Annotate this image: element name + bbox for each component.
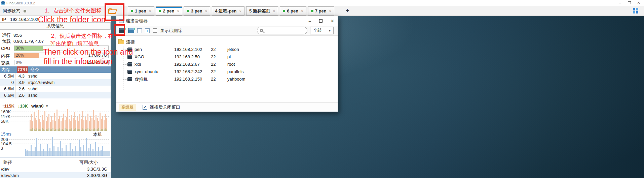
dialog-minimize-icon[interactable]: – xyxy=(309,19,311,24)
connected-dot-icon xyxy=(311,10,313,12)
folder-icon xyxy=(118,40,124,44)
tab-close-icon[interactable]: × xyxy=(329,9,331,13)
connection-search-input[interactable] xyxy=(257,27,307,34)
show-deleted-checkbox[interactable] xyxy=(153,28,157,33)
tab[interactable]: 1 pen × xyxy=(128,6,154,16)
ssh-host-icon xyxy=(127,77,132,81)
connection-port: 22 xyxy=(211,54,216,59)
close-icon[interactable]: ✕ xyxy=(634,0,643,6)
expand-all-button[interactable]: + xyxy=(145,28,150,33)
connected-dot-icon xyxy=(159,10,161,12)
tab[interactable]: 2 pen × xyxy=(156,6,182,16)
connection-user: yahboom xyxy=(227,77,245,82)
sync-status-dot-icon xyxy=(24,10,26,12)
annotation-step2-cn1: 2、然后点击这个图标，在 xyxy=(51,33,113,40)
latency-graph: 206 104.5 3 xyxy=(0,137,110,156)
connection-row[interactable]: XGO 192.168.2.50 22 pi xyxy=(116,53,338,61)
connection-manager-dialog: 连接管理器 – ✕ + + − + 显示已删除 全部 ▼ 连接 xyxy=(116,16,338,112)
connection-name: 虚拟机 xyxy=(135,77,148,83)
disk-size: 3.3G/3.3G xyxy=(87,166,107,172)
connection-tree: 连接 pen 192.168.2.102 22 jetson XGO 192.1… xyxy=(116,36,338,102)
process-header-cmd[interactable]: 命令 xyxy=(28,66,111,73)
chevron-down-icon: ▼ xyxy=(328,27,331,34)
collapse-all-button[interactable]: − xyxy=(137,28,142,33)
tab[interactable]: 4 进程-pen × xyxy=(212,6,244,16)
disk-row[interactable]: /dev/shm 3.3G/3.3G xyxy=(0,172,111,178)
add-tab-button[interactable]: + xyxy=(346,7,349,14)
tree-connector xyxy=(123,57,126,57)
process-row[interactable]: 6.6M 2.6 sshd xyxy=(0,86,111,92)
interface-selector[interactable]: wlan0 xyxy=(31,103,43,109)
process-row[interactable]: 0 3.9 irq/276-iwlwifi xyxy=(0,79,111,86)
tab-label: 5 新标签页 xyxy=(249,8,270,14)
tab[interactable]: 7 pen × xyxy=(308,6,334,16)
disk-size: 3.3G/3.3G xyxy=(87,172,107,178)
connection-port: 22 xyxy=(211,62,216,67)
tab-close-icon[interactable]: × xyxy=(177,9,179,13)
tab-close-icon[interactable]: × xyxy=(301,9,303,13)
search-icon xyxy=(260,29,263,32)
host-ip-row: IP192.168.2.102 xyxy=(2,17,38,22)
tab-strip: 1 pen × 2 pen × 3 pen × 4 进程-pen × 5 新标签… xyxy=(128,6,334,16)
connection-row[interactable]: xxs 192.168.2.67 22 root xyxy=(116,61,338,68)
process-row[interactable]: 6.6M 2.6 sshd xyxy=(0,92,111,98)
connection-name: XGO xyxy=(135,54,144,59)
connection-user: pi xyxy=(227,54,231,59)
minimize-icon[interactable]: – xyxy=(615,0,624,6)
network-traffic-graph: 169K 117K 58K xyxy=(0,109,110,131)
disk-table-header[interactable]: 路径 可用/大小 xyxy=(0,159,111,166)
net-axis-label: 58K xyxy=(1,119,8,124)
tab-close-icon[interactable]: × xyxy=(205,9,207,13)
tab-label: 4 进程-pen xyxy=(215,8,236,14)
tab-close-icon[interactable]: × xyxy=(273,9,275,13)
process-table-header[interactable]: 内存 CPU 命令 xyxy=(0,66,111,73)
tree-root-folder[interactable]: 连接 xyxy=(116,38,338,46)
connection-port: 22 xyxy=(211,47,216,52)
cpu-meter-label: CPU xyxy=(1,46,10,51)
dialog-maximize-icon[interactable] xyxy=(319,19,323,23)
close-after-connect-checkbox[interactable]: ✓ xyxy=(143,105,147,110)
chevron-down-icon[interactable]: ▼ xyxy=(45,105,48,108)
process-mem: 6.5M xyxy=(0,73,15,79)
tree-connector xyxy=(123,72,126,72)
tab[interactable]: 5 新标签页 × xyxy=(246,6,278,16)
connected-dot-icon xyxy=(283,10,285,12)
filter-dropdown[interactable]: 全部 ▼ xyxy=(310,27,334,34)
download-rate: ↓13K xyxy=(18,103,28,109)
pro-version-badge[interactable]: 高级版 xyxy=(119,104,136,111)
lat-axis-label: 3 xyxy=(1,146,3,151)
disk-row[interactable]: /dev 3.3G/3.3G xyxy=(0,166,111,172)
connection-row[interactable]: xym_ubuntu 192.168.2.242 22 parallels xyxy=(116,68,338,76)
process-header-mem[interactable]: 内存 xyxy=(0,66,17,73)
connection-name: xym_ubuntu xyxy=(135,69,158,74)
dialog-close-icon[interactable]: ✕ xyxy=(331,19,334,24)
annotation-step2-en1: Then click on the icon and xyxy=(43,48,133,57)
maximize-icon[interactable] xyxy=(624,0,634,6)
dialog-titlebar[interactable]: 连接管理器 – ✕ xyxy=(116,16,338,26)
tab[interactable]: 6 pen × xyxy=(280,6,306,16)
sessions-grid-icon[interactable] xyxy=(633,8,639,14)
tab-close-icon[interactable]: × xyxy=(239,9,241,13)
process-row[interactable]: 6.5M 4.3 sshd xyxy=(0,73,111,79)
latency-row: 15ms 本机 xyxy=(1,131,111,137)
disk-header-path[interactable]: 路径 xyxy=(3,159,12,166)
connection-host: 192.168.2.50 xyxy=(174,54,200,59)
tab-label: 3 pen xyxy=(191,8,202,13)
connection-user: parallels xyxy=(227,69,243,74)
process-header-cpu[interactable]: CPU xyxy=(17,66,28,73)
tab[interactable]: 3 pen × xyxy=(184,6,210,16)
connected-dot-icon xyxy=(187,10,189,12)
tree-connector xyxy=(123,64,126,65)
connection-host: 192.168.2.150 xyxy=(174,77,202,82)
sync-status-label: 同步状态 xyxy=(3,8,20,14)
sync-status[interactable]: 同步状态 xyxy=(3,8,26,14)
tab-close-icon[interactable]: × xyxy=(149,9,151,13)
disk-header-size[interactable]: 可用/大小 xyxy=(79,159,98,166)
connected-dot-icon xyxy=(131,10,133,12)
annotation-step1-en: Click the folder icon xyxy=(38,15,106,24)
process-cmd: sshd xyxy=(26,73,111,79)
connection-port: 22 xyxy=(211,69,216,74)
new-folder-button[interactable]: + xyxy=(128,28,134,33)
connection-row[interactable]: 虚拟机 192.168.2.150 22 yahboom xyxy=(116,76,338,83)
connection-row[interactable]: pen 192.168.2.102 22 jetson xyxy=(116,46,338,53)
